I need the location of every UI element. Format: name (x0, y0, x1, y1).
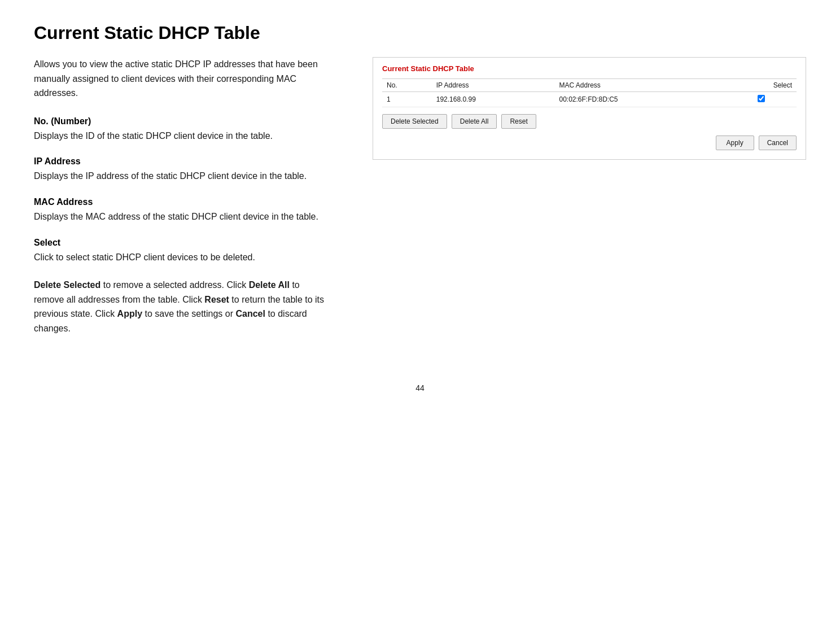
delete-selected-button[interactable]: Delete Selected (382, 114, 447, 129)
section-title-select: Select (34, 238, 327, 248)
apply-button[interactable]: Apply (716, 136, 754, 150)
footer-bold-reset: Reset (204, 295, 229, 304)
sections-container: No. (Number)Displays the ID of the stati… (34, 116, 327, 264)
section-body-select: Click to select static DHCP client devic… (34, 250, 327, 265)
section-ip: IP AddressDisplays the IP address of the… (34, 156, 327, 184)
content-wrapper: Allows you to view the active static DHC… (34, 57, 806, 350)
section-mac: MAC AddressDisplays the MAC address of t… (34, 197, 327, 224)
right-panel: Current Static DHCP Table No. IP Address… (373, 57, 806, 160)
action-button-row: Delete Selected Delete All Reset (382, 114, 797, 129)
cancel-button[interactable]: Cancel (759, 136, 797, 150)
section-no: No. (Number)Displays the ID of the stati… (34, 116, 327, 143)
left-panel: Allows you to view the active static DHC… (34, 57, 327, 350)
col-header-ip: IP Address (432, 79, 555, 92)
table-body: 1192.168.0.9900:02:6F:FD:8D:C5 (382, 92, 797, 107)
dhcp-table: No. IP Address MAC Address Select 1192.1… (382, 78, 797, 107)
row-checkbox-0[interactable] (758, 95, 765, 102)
section-title-mac: MAC Address (34, 197, 327, 207)
col-header-no: No. (382, 79, 432, 92)
page-number: 44 (34, 383, 806, 392)
widget-title: Current Static DHCP Table (382, 64, 797, 73)
col-header-select: Select (726, 79, 797, 92)
cell-select-0[interactable] (726, 92, 797, 107)
section-body-no: Displays the ID of the static DHCP clien… (34, 129, 327, 143)
intro-description: Allows you to view the active static DHC… (34, 57, 327, 101)
section-body-ip: Displays the IP address of the static DH… (34, 169, 327, 184)
reset-button[interactable]: Reset (501, 114, 536, 129)
table-header-row: No. IP Address MAC Address Select (382, 79, 797, 92)
section-select: SelectClick to select static DHCP client… (34, 238, 327, 265)
footer-bold-apply: Apply (117, 309, 142, 318)
page-title: Current Static DHCP Table (34, 23, 806, 43)
col-header-mac: MAC Address (554, 79, 726, 92)
footer-text: Delete Selected to remove a selected add… (34, 278, 327, 335)
dhcp-table-widget: Current Static DHCP Table No. IP Address… (373, 57, 806, 160)
apply-cancel-row: Apply Cancel (382, 136, 797, 150)
footer-bold-delete-all: Delete All (249, 280, 290, 290)
footer-bold-delete-selected: Delete Selected (34, 280, 100, 290)
cell-mac-0: 00:02:6F:FD:8D:C5 (554, 92, 726, 107)
cell-no-0: 1 (382, 92, 432, 107)
footer-bold-cancel: Cancel (235, 309, 265, 318)
section-title-no: No. (Number) (34, 116, 327, 126)
section-body-mac: Displays the MAC address of the static D… (34, 209, 327, 224)
table-row: 1192.168.0.9900:02:6F:FD:8D:C5 (382, 92, 797, 107)
cell-ip-0: 192.168.0.99 (432, 92, 555, 107)
footer-section: Delete Selected to remove a selected add… (34, 278, 327, 335)
delete-all-button[interactable]: Delete All (452, 114, 497, 129)
section-title-ip: IP Address (34, 156, 327, 167)
